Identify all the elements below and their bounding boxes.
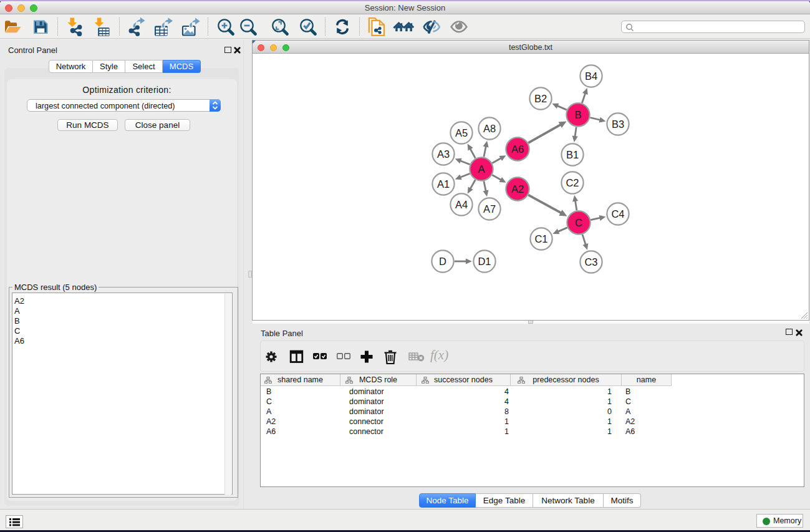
svg-text:A7: A7 [483, 203, 496, 215]
svg-text:C: C [575, 217, 582, 228]
svg-text:A4: A4 [455, 199, 468, 210]
svg-text:D1: D1 [478, 256, 491, 267]
svg-text:C1: C1 [534, 233, 547, 244]
svg-text:B4: B4 [585, 70, 597, 82]
svg-text:D: D [439, 256, 446, 267]
svg-text:B2: B2 [534, 93, 547, 104]
svg-text:B1: B1 [566, 149, 579, 160]
svg-text:C4: C4 [611, 208, 624, 220]
svg-text:A3: A3 [437, 148, 450, 160]
svg-text:A2: A2 [511, 183, 524, 195]
svg-text:C2: C2 [566, 177, 579, 188]
svg-text:A: A [478, 163, 485, 175]
svg-text:A5: A5 [455, 127, 468, 138]
svg-text:A6: A6 [511, 143, 524, 155]
svg-text:A8: A8 [483, 123, 496, 134]
svg-text:B3: B3 [612, 118, 624, 130]
svg-text:B: B [574, 109, 581, 120]
svg-text:C3: C3 [584, 256, 597, 268]
svg-text:A1: A1 [437, 178, 450, 190]
